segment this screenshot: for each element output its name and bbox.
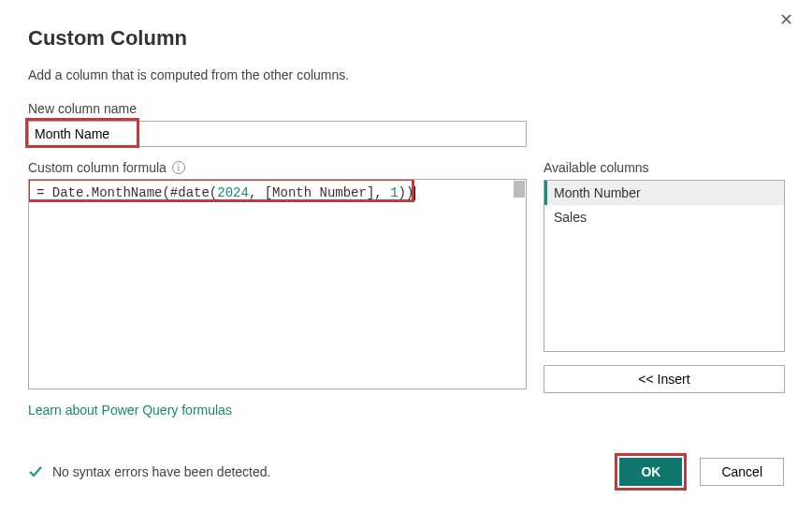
formula-textarea[interactable]: = Date.MonthName(#date(2024, [Month Numb… <box>28 179 527 389</box>
formula-day: 1 <box>390 185 398 200</box>
dialog-title: Custom Column <box>28 26 784 51</box>
formula-label: Custom column formula <box>28 160 167 175</box>
text-cursor <box>414 186 415 200</box>
check-icon <box>28 464 43 479</box>
formula-close: )) <box>399 185 414 200</box>
ok-button[interactable]: OK <box>619 458 682 486</box>
formula-eq: = <box>36 185 52 200</box>
formula-fn2: #date( <box>170 185 217 200</box>
learn-link[interactable]: Learn about Power Query formulas <box>28 403 232 418</box>
cancel-button[interactable]: Cancel <box>700 458 784 486</box>
available-column-item[interactable]: Sales <box>544 205 784 229</box>
new-column-input[interactable] <box>28 121 527 147</box>
formula-sep1: , <box>249 185 265 200</box>
highlight-box: OK <box>615 453 687 491</box>
new-column-label: New column name <box>28 101 784 116</box>
available-columns-list[interactable]: Month Number Sales <box>544 180 785 352</box>
info-icon[interactable]: i <box>172 161 185 174</box>
status-bar: No syntax errors have been detected. <box>28 464 270 479</box>
insert-button[interactable]: << Insert <box>544 365 785 393</box>
close-icon[interactable]: ✕ <box>772 6 801 34</box>
available-column-item[interactable]: Month Number <box>544 181 784 205</box>
dialog-subtitle: Add a column that is computed from the o… <box>28 67 784 82</box>
formula-year: 2024 <box>217 185 249 200</box>
scrollbar-thumb[interactable] <box>514 181 525 198</box>
available-columns-label: Available columns <box>544 160 785 175</box>
status-text: No syntax errors have been detected. <box>52 464 270 479</box>
formula-colref: [Month Number] <box>265 185 375 200</box>
formula-sep2: , <box>374 185 390 200</box>
formula-fn1: Date.MonthName( <box>52 185 170 200</box>
